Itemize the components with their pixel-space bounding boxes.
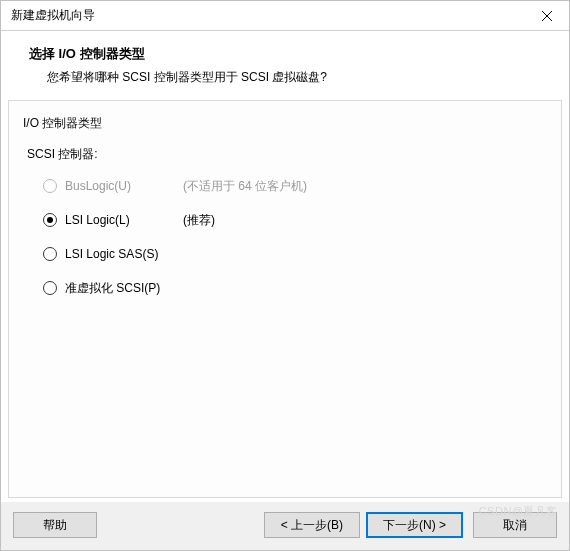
window-title: 新建虚拟机向导 <box>11 7 95 24</box>
group-label: I/O 控制器类型 <box>23 115 547 132</box>
option-paravirtual-scsi[interactable]: 准虚拟化 SCSI(P) <box>43 279 547 297</box>
close-icon <box>542 11 552 21</box>
wizard-footer: 帮助 < 上一步(B) 下一步(N) > 取消 <box>1 502 569 550</box>
page-subtitle: 您希望将哪种 SCSI 控制器类型用于 SCSI 虚拟磁盘? <box>29 69 549 86</box>
option-label: LSI Logic SAS(S) <box>65 247 175 261</box>
option-buslogic: BusLogic(U) (不适用于 64 位客户机) <box>43 177 547 195</box>
titlebar: 新建虚拟机向导 <box>1 1 569 31</box>
cancel-button[interactable]: 取消 <box>473 512 557 538</box>
wizard-header: 选择 I/O 控制器类型 您希望将哪种 SCSI 控制器类型用于 SCSI 虚拟… <box>1 31 569 100</box>
option-lsi-logic-sas[interactable]: LSI Logic SAS(S) <box>43 245 547 263</box>
page-title: 选择 I/O 控制器类型 <box>29 45 549 63</box>
radio-buslogic <box>43 179 57 193</box>
radio-lsi-logic-sas[interactable] <box>43 247 57 261</box>
close-button[interactable] <box>524 1 569 30</box>
scsi-controller-label: SCSI 控制器: <box>27 146 547 163</box>
option-note: (不适用于 64 位客户机) <box>183 178 307 195</box>
option-label: 准虚拟化 SCSI(P) <box>65 280 175 297</box>
option-note: (推荐) <box>183 212 215 229</box>
option-label: BusLogic(U) <box>65 179 175 193</box>
back-button[interactable]: < 上一步(B) <box>264 512 360 538</box>
radio-paravirtual-scsi[interactable] <box>43 281 57 295</box>
option-lsi-logic[interactable]: LSI Logic(L) (推荐) <box>43 211 547 229</box>
controller-options: BusLogic(U) (不适用于 64 位客户机) LSI Logic(L) … <box>43 177 547 297</box>
radio-lsi-logic[interactable] <box>43 213 57 227</box>
option-label: LSI Logic(L) <box>65 213 175 227</box>
next-button[interactable]: 下一步(N) > <box>366 512 463 538</box>
help-button[interactable]: 帮助 <box>13 512 97 538</box>
content-area: I/O 控制器类型 SCSI 控制器: BusLogic(U) (不适用于 64… <box>8 100 562 498</box>
